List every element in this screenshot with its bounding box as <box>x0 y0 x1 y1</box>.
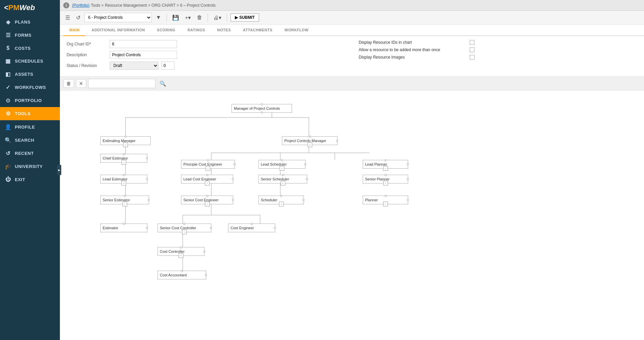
logo-text: <PMWeb <box>4 3 35 12</box>
checkbox-row-1: Display Resource IDs in chart <box>359 40 637 45</box>
description-input[interactable] <box>110 51 177 59</box>
node-prin-cost-eng[interactable]: Principle Cost Engineer - <box>181 160 235 169</box>
submit-icon: ▶ <box>235 15 238 20</box>
form-grid: Org Chart ID* Description Status / Revis… <box>67 40 637 72</box>
checkbox-row-3: Display Resource Images <box>359 55 637 60</box>
sidebar-item-profile[interactable]: 👤 PROFILE <box>0 121 60 134</box>
sidebar-label-workflows: WORKFLOWS <box>15 85 46 90</box>
form-left: Org Chart ID* Description Status / Revis… <box>67 40 345 72</box>
chart-search-input[interactable] <box>88 79 155 88</box>
node-scheduler[interactable]: Scheduler - <box>258 196 304 204</box>
node-sr-cost-ctrl[interactable]: Senior Cost Controller - <box>157 224 211 232</box>
form-right: Display Resource IDs in chart Allow a re… <box>359 40 637 72</box>
breadcrumb-path: Tools > Resource Management > ORG CHART … <box>91 3 216 8</box>
save-button[interactable]: 💾 <box>170 13 181 22</box>
dropdown-arrow-button[interactable]: ▼ <box>154 13 163 22</box>
chart-toolbar: 🗑 ✕ 🔍 <box>60 77 644 91</box>
sidebar-label-search: SEARCH <box>15 138 34 143</box>
node-lead-sched[interactable]: Lead Scheduler - <box>258 160 306 169</box>
chart-search-button[interactable]: 🔍 <box>157 80 168 88</box>
print-button[interactable]: 🖨▾ <box>211 13 223 22</box>
node-sr-cost-eng[interactable]: Senior Cost Engineer - <box>181 196 233 204</box>
checkbox-display-ids[interactable] <box>470 40 474 45</box>
org-chart-area[interactable]: ▶ <box>60 91 644 340</box>
sidebar-label-tools: TOOLS <box>15 111 31 116</box>
tools-icon: ⚙ <box>5 110 11 117</box>
node-lead-planner[interactable]: Lead Planner - <box>363 160 408 169</box>
sidebar-item-plans[interactable]: ◈ PLANS <box>0 15 60 29</box>
sidebar-label-schedules: SCHEDULES <box>15 59 43 64</box>
tab-attachments[interactable]: ATTACHMENTS <box>237 25 279 36</box>
checkbox-add-multiple[interactable] <box>470 47 474 52</box>
sidebar-item-exit[interactable]: ⏻ EXIT <box>0 173 60 186</box>
logo: <PMWeb <box>0 0 60 15</box>
node-sr-est[interactable]: Senior Estimator - <box>100 196 149 204</box>
sidebar-item-forms[interactable]: ☰ FORMS <box>0 29 60 42</box>
delete-button[interactable]: 🗑 <box>195 13 204 22</box>
submit-label: SUBMIT <box>239 15 255 20</box>
university-icon: 🎓 <box>5 163 11 170</box>
sidebar-item-workflows[interactable]: ✓ WORKFLOWS <box>0 81 60 94</box>
org-chart-lines <box>67 97 369 340</box>
sidebar-bottom: 👤 PROFILE 🔍 SEARCH ↺ RECENT 🎓 UNIVERSITY… <box>0 120 60 186</box>
node-lead-est[interactable]: Lead Estimator - <box>100 175 147 183</box>
sidebar-item-university[interactable]: 🎓 UNIVERSITY <box>0 160 60 173</box>
sidebar-item-tools[interactable]: ⚙ TOOLS <box>0 107 60 120</box>
checkbox-label-3: Display Resource Images <box>359 55 466 60</box>
portfolio-icon: ⊙ <box>5 97 11 104</box>
node-sr-planner[interactable]: Senior Planner - <box>363 175 408 183</box>
node-planner[interactable]: Planner - <box>363 196 408 204</box>
form-area: Org Chart ID* Description Status / Revis… <box>60 36 644 77</box>
undo-button[interactable]: ↺ <box>74 13 82 22</box>
sidebar: <PMWeb ◈ PLANS ☰ FORMS $ COSTS ▦ SCHEDUL… <box>0 0 60 340</box>
profile-icon: 👤 <box>5 124 11 130</box>
checkbox-display-images[interactable] <box>470 55 474 60</box>
node-estimator[interactable]: Estimator <box>100 224 147 232</box>
description-label: Description <box>67 53 107 57</box>
org-chart-id-input[interactable] <box>110 40 177 48</box>
node-chief-est[interactable]: Chief Estimator - <box>100 154 147 163</box>
submit-button[interactable]: ▶ SUBMIT <box>230 13 259 22</box>
tab-main[interactable]: MAIN <box>63 25 85 36</box>
chart-close-button[interactable]: ✕ <box>76 79 86 88</box>
sidebar-item-assets[interactable]: ◧ ASSETS <box>0 68 60 81</box>
collapse-arrow[interactable]: ▶ <box>60 165 61 175</box>
info-icon[interactable]: i <box>63 2 69 8</box>
node-cost-ctrl[interactable]: Cost Controller - <box>157 247 205 256</box>
node-cost-eng[interactable]: Cost Engineer <box>228 224 275 232</box>
org-chart: Manager of Project Controls Estimating M… <box>67 97 369 340</box>
node-cost-acct[interactable]: Cost Accountant <box>157 271 206 279</box>
sidebar-item-schedules[interactable]: ▦ SCHEDULES <box>0 55 60 68</box>
org-chart-id-row: Org Chart ID* <box>67 40 345 48</box>
tab-scoring[interactable]: SCORING <box>151 25 182 36</box>
tab-notes[interactable]: NOTES <box>211 25 237 36</box>
node-sr-sched[interactable]: Senior Scheduler - <box>258 175 307 183</box>
sidebar-item-portfolio[interactable]: ⊙ PORTFOLIO <box>0 94 60 107</box>
main-content: i (Portfolio) Tools > Resource Managemen… <box>60 0 644 340</box>
tab-workflow[interactable]: WORKFLOW <box>279 25 315 36</box>
status-row: Status / Revision Draft Active Closed <box>67 62 345 70</box>
forms-icon: ☰ <box>5 32 11 38</box>
tab-additional[interactable]: ADDITIONAL INFORMATION <box>85 25 151 36</box>
description-row: Description <box>67 51 345 59</box>
add-button[interactable]: +▾ <box>183 13 193 22</box>
sidebar-item-search[interactable]: 🔍 SEARCH <box>0 134 60 147</box>
sidebar-label-costs: COSTS <box>15 46 31 51</box>
revision-input[interactable] <box>161 62 175 70</box>
record-dropdown[interactable]: 6 - Project Controls <box>84 13 152 22</box>
sidebar-item-costs[interactable]: $ COSTS <box>0 42 60 55</box>
search-icon: 🔍 <box>5 137 11 143</box>
status-select[interactable]: Draft Active Closed <box>110 62 158 70</box>
node-pc-mgr[interactable]: Project Controls Manager - <box>282 136 337 145</box>
breadcrumb-portfolio[interactable]: (Portfolio) <box>72 3 90 8</box>
node-est-mgr[interactable]: Estimating Manager - <box>100 136 151 145</box>
tab-ratings[interactable]: RATINGS <box>181 25 211 36</box>
assets-icon: ◧ <box>5 71 11 77</box>
node-mgr-pc[interactable]: Manager of Project Controls <box>231 104 292 113</box>
sidebar-item-recent[interactable]: ↺ RECENT <box>0 147 60 160</box>
menu-button[interactable]: ☰ <box>63 13 72 22</box>
tabs: MAIN ADDITIONAL INFORMATION SCORING RATI… <box>60 25 644 36</box>
chart-delete-button[interactable]: 🗑 <box>63 79 74 88</box>
status-label: Status / Revision <box>67 63 107 68</box>
node-lead-cost-eng[interactable]: Lead Cost Engineer - <box>181 175 233 183</box>
